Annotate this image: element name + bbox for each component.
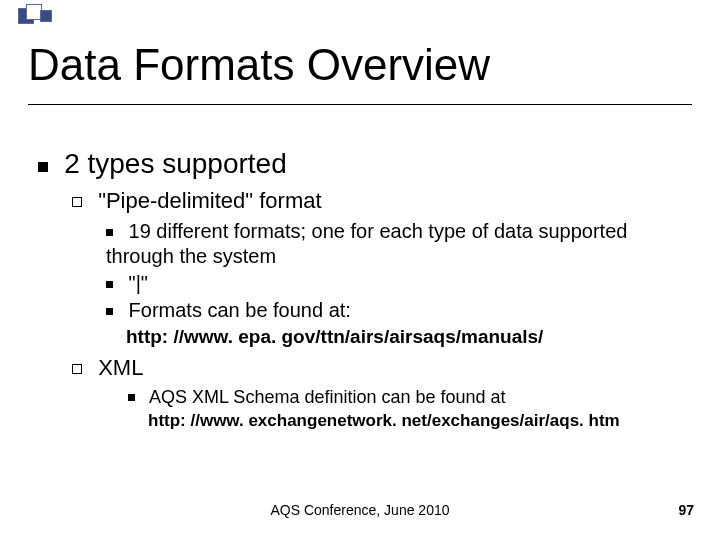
small-square-bullet-icon	[128, 394, 135, 401]
slide-body: 2 types supported "Pipe-delimited" forma…	[38, 140, 690, 438]
xml-label: XML	[98, 355, 143, 380]
small-square-bullet-icon	[106, 281, 113, 288]
bullet-xml-item-1: AQS XML Schema definition can be found a…	[128, 386, 690, 409]
bullet-pipe-item-1: 19 different formats; one for each type …	[106, 219, 690, 269]
small-square-bullet-icon	[106, 229, 113, 236]
square-bullet-icon	[38, 162, 48, 172]
xml-item-text: AQS XML Schema definition can be found a…	[149, 387, 506, 407]
bullet-main: 2 types supported	[38, 146, 690, 181]
pipe-item-text: Formats can be found at:	[129, 299, 351, 321]
main-heading: 2 types supported	[64, 148, 287, 179]
bullet-pipe-item-3: Formats can be found at:	[106, 298, 690, 323]
bullet-pipe-item-2: "|"	[106, 271, 690, 296]
pipe-item-text: 19 different formats; one for each type …	[106, 220, 627, 267]
corner-decoration	[18, 4, 158, 26]
bullet-xml: XML	[72, 354, 690, 382]
footer-text: AQS Conference, June 2010	[0, 502, 720, 518]
slide-title: Data Formats Overview	[28, 40, 692, 105]
xml-url: http: //www. exchangenetwork. net/exchan…	[148, 410, 690, 431]
bullet-pipe: "Pipe-delimited" format	[72, 187, 690, 215]
page-number: 97	[678, 502, 694, 518]
pipe-label: "Pipe-delimited" format	[98, 188, 321, 213]
open-square-bullet-icon	[72, 197, 82, 207]
small-square-bullet-icon	[106, 308, 113, 315]
pipe-url: http: //www. epa. gov/ttn/airs/airsaqs/m…	[126, 325, 690, 349]
open-square-bullet-icon	[72, 364, 82, 374]
pipe-item-text: "|"	[129, 272, 148, 294]
